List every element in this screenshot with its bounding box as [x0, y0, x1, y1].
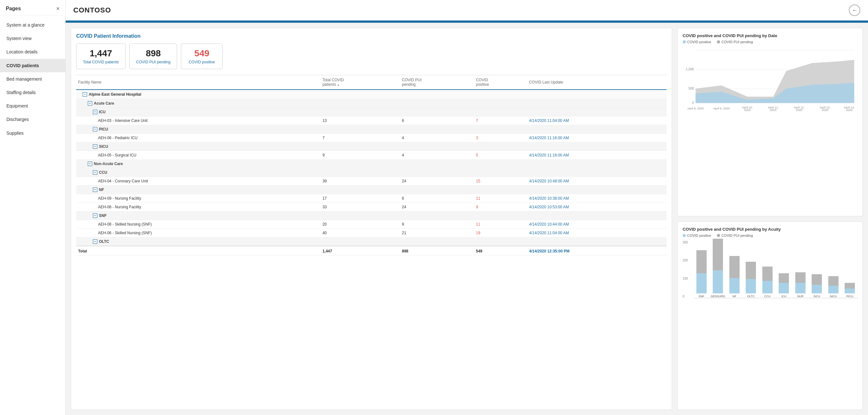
svg-text:500: 500	[689, 87, 694, 90]
legend-pui-label: COVID PUI pending	[721, 40, 753, 44]
sidebar-item-bed-management[interactable]: Bed management	[0, 72, 65, 86]
bar-x-label: PICU	[846, 295, 853, 298]
last-update: 4/14/2020 11:04:00 AM	[527, 117, 666, 125]
subgroup2-name: − OLTC	[76, 237, 666, 246]
bar-group: PICU	[842, 283, 858, 298]
sidebar-item-discharges[interactable]: Discharges	[0, 113, 65, 126]
pui-pending: 4	[400, 151, 474, 160]
bar-legend-pui: COVID PUI pending	[717, 233, 753, 237]
covid-table-container[interactable]: Facility Name Total COVIDpatients▲ COVID…	[76, 75, 666, 405]
legend-positive-label: COVID positive	[687, 40, 711, 44]
expand-icon[interactable]: −	[88, 162, 92, 166]
sidebar-header: Pages ×	[0, 0, 65, 16]
right-panel: COVID positive and COVID PUI pending by …	[677, 28, 863, 410]
legend-pui: COVID PUI pending	[717, 40, 753, 44]
bar-chart-box: COVID positive and COVID PUI pending by …	[677, 221, 863, 410]
facility-name: AEH-03 - Intensive Care Unit	[76, 117, 320, 125]
expand-icon[interactable]: −	[93, 240, 97, 244]
bar-positive-seg	[696, 273, 707, 293]
bar-stack	[696, 250, 707, 293]
total-pui: 898	[400, 246, 474, 256]
expand-icon[interactable]: −	[93, 214, 97, 218]
svg-text:2020: 2020	[770, 108, 776, 111]
svg-text:2020: 2020	[822, 108, 828, 111]
facility-name: AEH-09 - Nursing Facility	[76, 194, 320, 203]
legend-positive-dot	[683, 40, 686, 43]
expand-icon[interactable]: −	[93, 127, 97, 131]
subgroup-name: − Acute Care	[76, 99, 666, 108]
bar-legend-pui-label: COVID PUI pending	[721, 233, 753, 237]
last-update: 4/14/2020 11:04:00 AM	[527, 229, 666, 237]
expand-icon[interactable]: −	[88, 101, 92, 105]
total-total: 1,447	[320, 246, 400, 256]
bar-positive-seg	[779, 283, 789, 293]
bar-pui-seg	[746, 262, 756, 279]
total-covid: 40	[320, 229, 400, 237]
facility-name: AEH-06 - Pediatric ICU	[76, 134, 320, 142]
expand-icon[interactable]: −	[93, 144, 97, 149]
table-subgroup2-row: − NF	[76, 186, 666, 194]
table-header-row: Facility Name Total COVIDpatients▲ COVID…	[76, 75, 666, 90]
covid-positive: 9	[474, 203, 527, 212]
expand-icon[interactable]: −	[93, 110, 97, 114]
bar-positive-seg	[746, 279, 756, 293]
sidebar-item-location-details[interactable]: Location details	[0, 45, 65, 59]
main-area: CONTOSO ← COVID Patient Information 1,44…	[66, 0, 868, 415]
facility-name: AEH-04 - Coronary Care Unit	[76, 177, 320, 186]
table-total-row: Total 1,447 898 549 4/14/2020 12:35:00 P…	[76, 246, 666, 256]
subgroup2-name: − PICU	[76, 125, 666, 134]
expand-icon[interactable]: −	[83, 92, 87, 97]
sidebar-item-covid-patients[interactable]: COVID patients	[0, 59, 65, 72]
bar-x-label: NUR	[797, 295, 804, 298]
table-row: AEH-04 - Coronary Care Unit 39 24 15 4/1…	[76, 177, 666, 186]
svg-text:2020: 2020	[846, 108, 852, 111]
subgroup2-name: − CCU	[76, 168, 666, 177]
stat-pui: 898 COVID PUI pending	[129, 43, 177, 69]
bar-positive-seg	[828, 286, 839, 293]
pui-pending: 4	[400, 134, 474, 142]
covid-positive: 11	[474, 220, 527, 229]
bar-group: SICU	[809, 274, 825, 298]
svg-text:April 8, 2020: April 8, 2020	[687, 107, 704, 110]
pui-pending: 6	[400, 194, 474, 203]
back-button[interactable]: ←	[849, 4, 860, 16]
stat-total-label: Total COVID patients	[83, 60, 119, 64]
bar-stack	[845, 283, 855, 293]
sidebar-item-supplies[interactable]: Supplies	[0, 126, 65, 140]
content-area: COVID Patient Information 1,447 Total CO…	[66, 23, 868, 415]
facility-name: AEH-08 - Nursing Facility	[76, 203, 320, 212]
sidebar-item-staffing-details[interactable]: Staffing details	[0, 86, 65, 99]
bar-group: GENSURG	[711, 239, 726, 298]
bar-group: OLTC	[743, 262, 759, 298]
bar-pui-seg	[713, 239, 723, 270]
bar-x-label: CCU	[764, 295, 771, 298]
sidebar-item-equipment[interactable]: Equipment	[0, 99, 65, 113]
y-label-200: 200	[683, 259, 688, 262]
section-title: COVID Patient Information	[76, 33, 666, 39]
expand-icon[interactable]: −	[93, 170, 97, 175]
table-row: AEH-08 - Skilled Nursing (SNF) 20 9 11 4…	[76, 220, 666, 229]
last-update: 4/14/2020 10:38:00 AM	[527, 194, 666, 203]
stat-pui-label: COVID PUI pending	[136, 60, 170, 64]
col-last-update: COVID Last Update	[527, 75, 666, 90]
pui-pending: 21	[400, 229, 474, 237]
legend-pui-dot	[717, 40, 720, 43]
expand-icon[interactable]: −	[93, 188, 97, 192]
bar-stack	[828, 276, 839, 293]
total-covid: 39	[320, 177, 400, 186]
y-label-0: 0	[683, 295, 688, 298]
total-covid: 7	[320, 134, 400, 142]
bar-x-label: ICU	[781, 295, 787, 298]
table-body: − Alpine East General Hospital − Acute C…	[76, 90, 666, 256]
bar-pui-seg	[845, 283, 855, 289]
table-subgroup2-row: − OLTC	[76, 237, 666, 246]
table-subgroup-row: − Acute Care	[76, 99, 666, 108]
sidebar-item-system-view[interactable]: System view	[0, 32, 65, 45]
sidebar-close-button[interactable]: ×	[56, 6, 60, 11]
table-subgroup2-row: − SICU	[76, 142, 666, 151]
svg-text:0: 0	[692, 101, 694, 105]
bar-stack	[762, 266, 773, 293]
bar-chart-legend: COVID positive COVID PUI pending	[683, 233, 858, 237]
sidebar-item-system-glance[interactable]: System at a glance	[0, 18, 65, 32]
total-covid: 33	[320, 203, 400, 212]
